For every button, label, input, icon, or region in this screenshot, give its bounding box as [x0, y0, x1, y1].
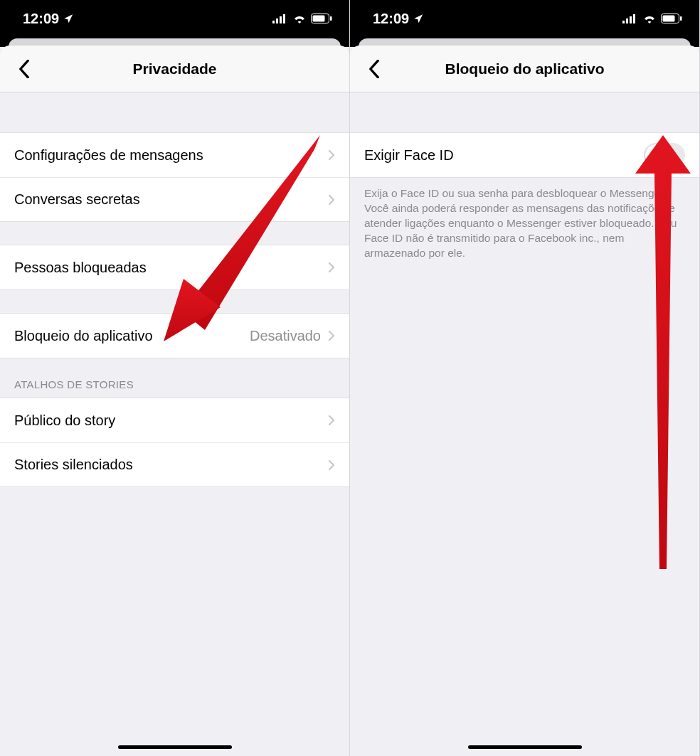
row-label: Conversas secretas	[14, 191, 328, 208]
row-story-audience[interactable]: Público do story	[0, 398, 349, 442]
phone-left-privacidade: 12:09 Privacidade Configurações	[0, 0, 350, 756]
svg-rect-13	[680, 16, 682, 21]
content-area: Exigir Face ID Exija o Face ID ou sua se…	[350, 92, 699, 756]
battery-icon	[661, 14, 682, 23]
row-label: Público do story	[14, 412, 328, 429]
row-label: Configurações de mensagens	[14, 147, 328, 164]
row-label: Stories silenciados	[14, 457, 328, 473]
chevron-right-icon	[328, 262, 335, 273]
svg-rect-3	[283, 14, 285, 23]
description-text: Exija o Face ID ou sua senha para desblo…	[350, 178, 699, 261]
svg-rect-8	[626, 18, 628, 23]
wifi-icon	[292, 14, 307, 23]
group-app-lock: Bloqueio do aplicativo Desativado	[0, 313, 349, 358]
svg-rect-0	[272, 21, 275, 23]
chevron-right-icon	[328, 330, 335, 341]
svg-rect-5	[313, 16, 325, 22]
svg-rect-1	[276, 18, 278, 23]
phone-right-applock: 12:09 Bloqueio do aplicativo Ex	[350, 0, 700, 756]
back-button[interactable]	[13, 58, 36, 80]
chevron-right-icon	[328, 459, 335, 471]
row-secret-conversations[interactable]: Conversas secretas	[0, 177, 349, 221]
home-indicator[interactable]	[118, 745, 232, 749]
svg-rect-6	[330, 16, 332, 21]
toggle-knob	[645, 144, 667, 166]
chevron-right-icon	[328, 194, 335, 206]
svg-rect-9	[630, 16, 632, 23]
row-value: Desativado	[250, 328, 328, 344]
page-title: Privacidade	[133, 60, 217, 78]
content-area: Configurações de mensagens Conversas sec…	[0, 92, 349, 756]
location-icon	[63, 14, 74, 24]
chevron-right-icon	[328, 149, 335, 161]
row-blocked-people[interactable]: Pessoas bloqueadas	[0, 245, 349, 289]
group-blocked: Pessoas bloqueadas	[0, 245, 349, 290]
location-icon	[413, 14, 424, 24]
svg-rect-10	[633, 14, 635, 23]
faceid-toggle[interactable]	[644, 143, 685, 167]
chevron-right-icon	[328, 415, 335, 426]
status-time: 12:09	[23, 11, 59, 27]
row-label: Exigir Face ID	[364, 147, 644, 164]
group-faceid: Exigir Face ID	[350, 132, 699, 178]
row-require-faceid[interactable]: Exigir Face ID	[350, 133, 699, 177]
nav-bar: Privacidade	[0, 46, 349, 92]
row-label: Bloqueio do aplicativo	[14, 328, 250, 344]
svg-rect-12	[663, 16, 675, 22]
svg-rect-7	[622, 21, 625, 23]
status-bar: 12:09	[350, 0, 699, 37]
row-muted-stories[interactable]: Stories silenciados	[0, 442, 349, 486]
group-messaging: Configurações de mensagens Conversas sec…	[0, 132, 349, 222]
group-stories: Público do story Stories silenciados	[0, 398, 349, 487]
status-time: 12:09	[373, 11, 409, 27]
cellular-icon	[622, 14, 638, 23]
cellular-icon	[272, 14, 288, 23]
row-message-settings[interactable]: Configurações de mensagens	[0, 133, 349, 177]
page-title: Bloqueio do aplicativo	[445, 60, 604, 78]
row-app-lock[interactable]: Bloqueio do aplicativo Desativado	[0, 314, 349, 358]
section-header-stories: ATALHOS DE STORIES	[0, 358, 349, 398]
svg-rect-2	[280, 16, 282, 23]
home-indicator[interactable]	[468, 745, 582, 749]
status-bar: 12:09	[0, 0, 349, 37]
battery-icon	[311, 14, 332, 23]
wifi-icon	[642, 14, 657, 23]
back-button[interactable]	[363, 58, 386, 80]
row-label: Pessoas bloqueadas	[14, 260, 328, 276]
nav-bar: Bloqueio do aplicativo	[350, 46, 699, 92]
